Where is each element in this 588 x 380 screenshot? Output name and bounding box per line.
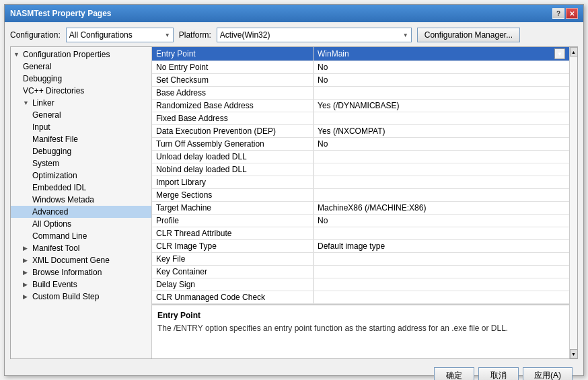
- prop-value: WinMain▼: [314, 47, 569, 61]
- tree-item-browse-info[interactable]: ▶Browse Information: [11, 266, 151, 278]
- prop-value: Yes (/NXCOMPAT): [314, 125, 569, 137]
- platform-dropdown-arrow: ▼: [403, 32, 408, 38]
- platform-value: Active(Win32): [220, 30, 270, 40]
- config-label: Configuration:: [10, 30, 61, 40]
- prop-value: [314, 253, 569, 265]
- prop-value: [314, 163, 569, 176]
- right-scrollbar[interactable]: ▲ ▼: [569, 47, 577, 358]
- prop-value: [314, 278, 569, 291]
- tree-item-linker[interactable]: ▼Linker: [11, 97, 151, 109]
- platform-dropdown[interactable]: Active(Win32) ▼: [217, 28, 412, 42]
- table-row[interactable]: Set ChecksumNo: [152, 74, 569, 87]
- prop-name: CLR Thread Attribute: [152, 227, 314, 239]
- ok-button[interactable]: 确定: [434, 367, 474, 380]
- tree-item-linker-advanced[interactable]: Advanced: [11, 206, 151, 218]
- close-button[interactable]: ✕: [566, 8, 578, 19]
- prop-value: No: [314, 74, 569, 86]
- prop-name: Delay Sign: [152, 278, 314, 291]
- prop-value: [314, 291, 569, 303]
- prop-name: No Entry Point: [152, 61, 314, 73]
- scroll-down-arrow[interactable]: ▼: [570, 349, 578, 358]
- scroll-track[interactable]: [570, 56, 577, 349]
- config-row: Configuration: All Configurations ▼ Plat…: [10, 28, 578, 42]
- prop-value: Default image type: [314, 240, 569, 252]
- prop-name: Randomized Base Address: [152, 100, 314, 112]
- tree-item-linker-general[interactable]: General: [11, 109, 151, 121]
- table-row[interactable]: CLR Image TypeDefault image type: [152, 240, 569, 253]
- prop-dropdown-button[interactable]: ▼: [554, 48, 565, 59]
- right-panel: Entry PointWinMain▼No Entry PointNoSet C…: [152, 47, 569, 358]
- table-row[interactable]: Key File: [152, 253, 569, 266]
- prop-value: [314, 87, 569, 99]
- table-row[interactable]: Unload delay loaded DLL: [152, 151, 569, 163]
- table-row[interactable]: Data Execution Prevention (DEP)Yes (/NXC…: [152, 125, 569, 138]
- table-row[interactable]: Merge Sections: [152, 189, 569, 202]
- tree-item-general[interactable]: General: [11, 61, 151, 73]
- tree-item-linker-winmeta[interactable]: Windows Metada: [11, 194, 151, 206]
- tree-item-linker-debugging[interactable]: Debugging: [11, 145, 151, 157]
- tree-item-custom-build[interactable]: ▶Custom Build Step: [11, 291, 151, 303]
- prop-value: Yes (/DYNAMICBASE): [314, 100, 569, 112]
- table-row[interactable]: Key Container: [152, 266, 569, 278]
- table-row[interactable]: Target MachineMachineX86 (/MACHINE:X86): [152, 202, 569, 215]
- prop-value: [314, 151, 569, 163]
- tree-item-linker-opt[interactable]: Optimization: [11, 169, 151, 182]
- prop-value: No: [314, 138, 569, 150]
- tree-item-linker-allopts[interactable]: All Options: [11, 218, 151, 230]
- tree-item-linker-cmdline[interactable]: Command Line: [11, 230, 151, 242]
- left-tree-panel: ▼Configuration PropertiesGeneralDebuggin…: [11, 47, 152, 358]
- tree-item-linker-input[interactable]: Input: [11, 121, 151, 133]
- tree-item-vc-dirs[interactable]: VC++ Directories: [11, 85, 151, 97]
- prop-name: Unload delay loaded DLL: [152, 151, 314, 163]
- table-row[interactable]: Import Library: [152, 176, 569, 189]
- prop-value: [314, 266, 569, 278]
- main-content: ▼Configuration PropertiesGeneralDebuggin…: [10, 46, 578, 359]
- prop-value: [314, 176, 569, 188]
- prop-value: No: [314, 61, 569, 73]
- tree-item-build-events[interactable]: ▶Build Events: [11, 278, 151, 291]
- description-panel: Entry Point The /ENTRY option specifies …: [152, 305, 569, 358]
- table-row[interactable]: No Entry PointNo: [152, 61, 569, 74]
- cancel-button[interactable]: 取消: [478, 367, 519, 380]
- table-row[interactable]: Turn Off Assembly GenerationNo: [152, 138, 569, 151]
- tree-item-linker-manifest[interactable]: Manifest File: [11, 133, 151, 145]
- tree-item-manifest-tool[interactable]: ▶Manifest Tool: [11, 242, 151, 254]
- property-pages-window: NASMTest Property Pages ? ✕ Configuratio…: [4, 4, 584, 376]
- title-bar: NASMTest Property Pages ? ✕: [5, 5, 583, 22]
- table-row[interactable]: Randomized Base AddressYes (/DYNAMICBASE…: [152, 100, 569, 112]
- config-value: All Configurations: [69, 30, 133, 40]
- config-manager-button[interactable]: Configuration Manager...: [417, 28, 520, 42]
- table-row[interactable]: CLR Unmanaged Code Check: [152, 291, 569, 304]
- prop-name: CLR Unmanaged Code Check: [152, 291, 314, 303]
- tree-item-config-props[interactable]: ▼Configuration Properties: [11, 48, 151, 61]
- tree-item-linker-system[interactable]: System: [11, 157, 151, 169]
- table-row[interactable]: Delay Sign: [152, 278, 569, 291]
- prop-name: Key Container: [152, 266, 314, 278]
- table-row[interactable]: Fixed Base Address: [152, 112, 569, 125]
- scroll-up-arrow[interactable]: ▲: [570, 47, 578, 56]
- tree-item-debugging[interactable]: Debugging: [11, 73, 151, 85]
- prop-name: Merge Sections: [152, 189, 314, 201]
- prop-name: Target Machine: [152, 202, 314, 214]
- table-row[interactable]: Entry PointWinMain▼: [152, 47, 569, 61]
- window-title: NASMTest Property Pages: [10, 9, 112, 18]
- title-bar-buttons: ? ✕: [552, 8, 578, 19]
- tree-item-xml-doc[interactable]: ▶XML Document Gene: [11, 254, 151, 266]
- config-dropdown[interactable]: All Configurations ▼: [66, 28, 174, 42]
- table-row[interactable]: Base Address: [152, 87, 569, 100]
- tree-item-linker-embedded[interactable]: Embedded IDL: [11, 182, 151, 194]
- prop-value: [314, 112, 569, 124]
- table-row[interactable]: ProfileNo: [152, 215, 569, 227]
- platform-label: Platform:: [179, 30, 211, 40]
- table-row[interactable]: CLR Thread Attribute: [152, 227, 569, 240]
- help-button[interactable]: ?: [552, 8, 564, 19]
- prop-name: Nobind delay loaded DLL: [152, 163, 314, 176]
- bottom-buttons: 确定 取消 应用(A): [10, 363, 578, 380]
- prop-name: Fixed Base Address: [152, 112, 314, 124]
- prop-name: Turn Off Assembly Generation: [152, 138, 314, 150]
- prop-value: [314, 189, 569, 201]
- prop-value: [314, 227, 569, 239]
- table-row[interactable]: Nobind delay loaded DLL: [152, 163, 569, 176]
- prop-name: Import Library: [152, 176, 314, 188]
- apply-button[interactable]: 应用(A): [523, 367, 573, 380]
